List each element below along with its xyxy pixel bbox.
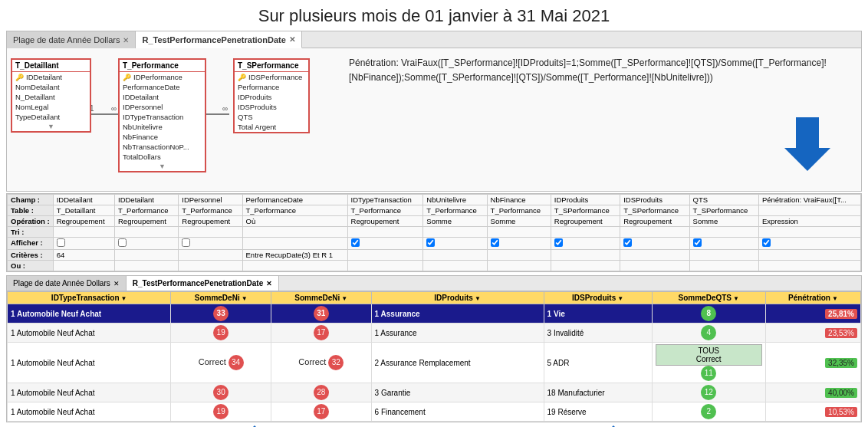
page-title: Sur plusieurs mois de 01 janvier à 31 Ma…	[0, 0, 868, 31]
badge-red: 31	[314, 306, 329, 321]
query-cell: T_SPerformance	[551, 205, 620, 216]
query-cell	[423, 238, 487, 250]
query-cell	[347, 250, 423, 261]
svg-text:∞: ∞	[111, 104, 117, 113]
scroll-btn[interactable]: ▼	[12, 122, 90, 131]
tab-label: R_TestPerformancePenetrationDate	[142, 35, 285, 44]
col-arrow[interactable]: ▼	[832, 295, 838, 302]
afficher-check[interactable]	[426, 238, 435, 247]
cell-penetration: 40,00%	[765, 383, 860, 402]
entity-field: IDPersonnel	[120, 102, 205, 112]
col-arrow[interactable]: ▼	[733, 295, 739, 302]
afficher-check[interactable]	[554, 238, 563, 247]
query-cell: Regroupement	[620, 216, 689, 227]
row-label-afficher: Afficher :	[8, 238, 54, 250]
query-row-ou: Ou :	[8, 261, 861, 271]
cell-penetration: 10,53%	[765, 402, 860, 422]
query-cell: T_Performance	[179, 205, 242, 216]
cell-ids-produit: 19 Réserve	[544, 402, 652, 422]
query-cell	[758, 238, 860, 250]
cell-val1: 33	[171, 304, 271, 324]
afficher-check[interactable]	[693, 238, 702, 247]
col-arrow[interactable]: ▼	[242, 295, 248, 302]
correct-label-2: Correct	[298, 357, 326, 366]
results-tab-plage[interactable]: Plage de date Année Dollars ✕	[7, 276, 127, 291]
tous-correct-box: TOUS Correct	[656, 344, 762, 366]
afficher-check[interactable]	[623, 238, 632, 247]
badge-green: 2	[701, 404, 716, 419]
cell-idtype: 1 Automobile Neuf Achat	[8, 343, 171, 383]
results-tab-close[interactable]: ✕	[266, 280, 272, 287]
cell-penetration: 23,53%	[765, 324, 860, 343]
tab-r-test[interactable]: R_TestPerformancePenetrationDate ✕	[136, 31, 301, 48]
afficher-check[interactable]	[351, 238, 360, 247]
tab-close-icon[interactable]: ✕	[123, 36, 129, 44]
entity-header: T_Detaillant	[12, 60, 90, 72]
tab-label: Plage de date Année Dollars	[13, 35, 120, 44]
entity-field: NomDetailant	[12, 82, 90, 92]
query-row-afficher: Afficher :	[8, 238, 861, 250]
tous-label: TOUS	[698, 347, 719, 355]
results-tab-close[interactable]: ✕	[113, 280, 120, 287]
row-label-champ: Champ :	[8, 195, 54, 205]
query-cell	[179, 227, 242, 238]
query-cell: Regroupement	[551, 216, 620, 227]
tab-plage-date[interactable]: Plage de date Année Dollars ✕	[7, 31, 136, 48]
cell-val1: 19	[171, 402, 271, 422]
query-cell: Somme	[487, 216, 551, 227]
cell-qts: 8	[652, 304, 765, 324]
afficher-check[interactable]	[182, 238, 190, 247]
col-arrow[interactable]: ▼	[475, 295, 481, 302]
afficher-check[interactable]	[762, 238, 771, 247]
query-cell: IDTypeTransaction	[347, 195, 423, 205]
afficher-check[interactable]	[57, 238, 65, 247]
cell-idtype: 1 Automobile Neuf Achat	[8, 304, 171, 324]
query-cell	[423, 250, 487, 261]
col-header-idsproduits: IDSProduits▼	[544, 292, 652, 304]
query-cell	[242, 227, 347, 238]
col-arrow[interactable]: ▼	[341, 295, 347, 302]
cell-val2: 17	[271, 324, 371, 343]
table-row: 1 Automobile Neuf Achat 19 17 1 Assuranc…	[8, 324, 861, 343]
cell-penetration: 32,35%	[765, 343, 860, 383]
query-cell: 64	[53, 250, 114, 261]
query-cell	[115, 261, 179, 271]
query-grid: Champ : IDDetailant IDDetailant IDPerson…	[7, 194, 861, 271]
col-arrow[interactable]: ▼	[121, 295, 127, 302]
query-cell: T_Performance	[242, 205, 347, 216]
cell-ids-produit: 18 Manufacturier	[544, 383, 652, 402]
badge-green: 8	[701, 306, 716, 321]
entity-field: IDProduits	[235, 92, 308, 102]
scroll-btn[interactable]: ▼	[120, 162, 205, 171]
entity-field: IDSProduits	[235, 102, 308, 112]
query-cell	[758, 227, 860, 238]
formula-text: VraiFaux([T_SPerformance]![IDProduits]=1…	[349, 57, 827, 83]
badge-red: 33	[213, 306, 229, 321]
cell-produit: 1 Assurance	[371, 324, 544, 343]
tab-close-icon[interactable]: ✕	[289, 35, 295, 44]
query-cell	[115, 227, 179, 238]
query-cell: NbUnitelivre	[423, 195, 487, 205]
table-row: 1 Automobile Neuf Achat 33 31 1 Assuranc…	[8, 304, 861, 324]
cell-val1: 19	[171, 324, 271, 343]
afficher-check[interactable]	[118, 238, 127, 247]
query-cell	[53, 261, 114, 271]
top-tab-bar: Plage de date Année Dollars ✕ R_TestPerf…	[7, 31, 861, 48]
entity-field: Performance	[235, 82, 308, 92]
query-cell: IDSProduits	[620, 195, 689, 205]
afficher-check[interactable]	[491, 238, 499, 247]
col-header-idproduits: IDProduits▼	[371, 292, 544, 304]
badge-red: 19	[213, 325, 229, 340]
badge-green: 12	[701, 385, 716, 400]
results-tab-r-test[interactable]: R_TestPerformancePenetrationDate ✕	[127, 276, 279, 291]
col-arrow[interactable]: ▼	[617, 295, 623, 302]
svg-text:∞: ∞	[222, 104, 228, 113]
query-section: Champ : IDDetailant IDDetailant IDPerson…	[6, 193, 862, 272]
query-cell	[689, 227, 758, 238]
cell-val2: 31	[271, 304, 371, 324]
entity-t-sperformance: T_SPerformance 🔑IDSPerformance Performan…	[233, 58, 310, 133]
query-cell	[487, 238, 551, 250]
badge-red: 19	[213, 404, 229, 419]
query-cell	[53, 227, 114, 238]
badge-red: 28	[314, 385, 329, 400]
